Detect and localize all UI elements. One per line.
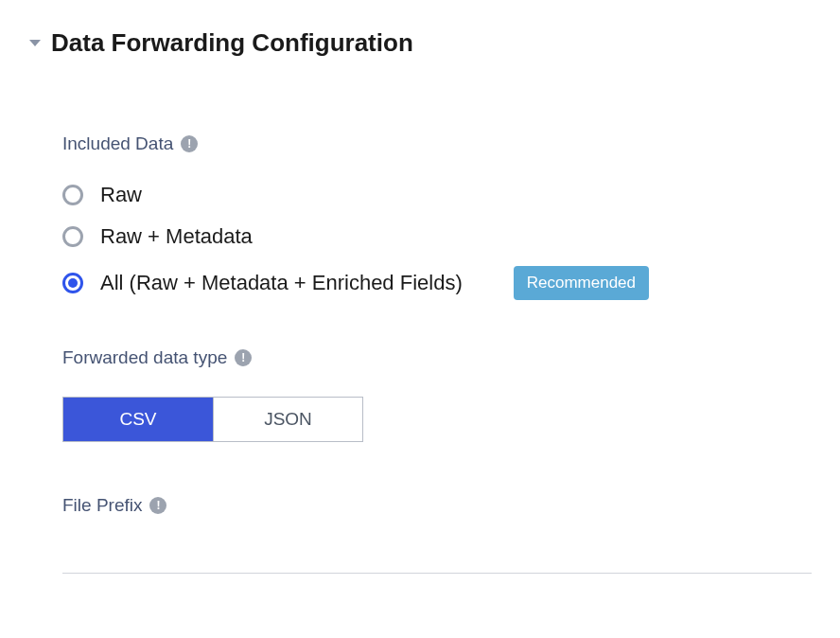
forwarded-data-type-toggle: CSV JSON bbox=[62, 397, 363, 442]
file-prefix-label: File Prefix bbox=[62, 495, 142, 516]
info-icon[interactable]: ! bbox=[181, 135, 198, 152]
included-data-radio-group: Raw Raw + Metadata All (Raw + Metadata +… bbox=[62, 183, 812, 300]
file-prefix-label-row: File Prefix ! bbox=[62, 495, 812, 516]
included-data-label-row: Included Data ! bbox=[62, 133, 812, 154]
chevron-down-icon bbox=[28, 36, 42, 51]
toggle-json[interactable]: JSON bbox=[213, 398, 362, 441]
radio-raw-metadata[interactable]: Raw + Metadata bbox=[62, 224, 812, 249]
radio-icon bbox=[62, 185, 83, 205]
section-content: Included Data ! Raw Raw + Metadata All (… bbox=[28, 133, 812, 574]
radio-icon bbox=[62, 226, 83, 247]
radio-label: All (Raw + Metadata + Enriched Fields) bbox=[100, 271, 463, 295]
section-header[interactable]: Data Forwarding Configuration bbox=[28, 28, 812, 58]
info-icon[interactable]: ! bbox=[235, 349, 252, 366]
included-data-label: Included Data bbox=[62, 133, 173, 154]
toggle-csv[interactable]: CSV bbox=[63, 398, 213, 441]
radio-all[interactable]: All (Raw + Metadata + Enriched Fields) R… bbox=[62, 266, 812, 300]
radio-raw[interactable]: Raw bbox=[62, 183, 812, 207]
radio-icon bbox=[62, 273, 83, 293]
forwarded-data-type-label: Forwarded data type bbox=[62, 347, 227, 368]
radio-label: Raw bbox=[100, 183, 142, 207]
section-title: Data Forwarding Configuration bbox=[51, 28, 413, 58]
forwarded-data-type-label-row: Forwarded data type ! bbox=[62, 347, 812, 368]
recommended-badge: Recommended bbox=[514, 266, 649, 300]
info-icon[interactable]: ! bbox=[149, 497, 166, 514]
radio-label: Raw + Metadata bbox=[100, 224, 253, 249]
divider bbox=[62, 573, 812, 574]
